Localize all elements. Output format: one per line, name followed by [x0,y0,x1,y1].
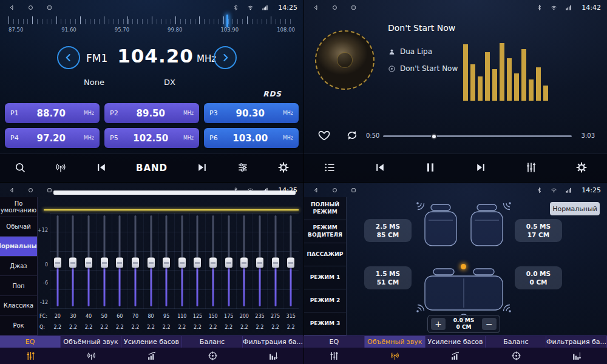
eq-band-slider[interactable] [97,213,112,309]
eq-band-slider[interactable] [268,213,283,309]
tab-balance[interactable]: Баланс [182,336,243,348]
mode-driver[interactable]: РЕЖИМ ВОДИТЕЛЯ [304,220,346,243]
eq-band-slider[interactable] [174,213,190,309]
front-right-delay-button[interactable]: 0.5 MS 17 CM [515,219,562,242]
filter-tab-icon[interactable] [572,351,582,361]
settings-button[interactable] [575,161,588,175]
preset-button-p4[interactable]: P4 97.20 MHz [5,128,100,148]
q-value: 2.2 [127,325,143,330]
preset-button-p2[interactable]: P2 89.50 MHz [104,103,199,123]
tab-balance[interactable]: Баланс [486,336,546,348]
broadcast-button[interactable] [55,161,67,175]
recents-icon[interactable] [350,4,357,11]
listening-position-dot[interactable] [461,264,466,269]
recents-icon[interactable] [46,187,53,194]
signal-icon [565,187,572,194]
eq-preset-jazz[interactable]: Джаз [0,257,37,277]
seek-up-button[interactable] [214,46,237,69]
previous-track-button[interactable] [374,161,386,175]
eq-preset-rock[interactable]: Рок [0,315,37,335]
tab-filter[interactable]: Фильтрация ба... [546,336,607,348]
band-button[interactable]: BAND [136,163,168,174]
rear-left-delay-button[interactable]: 1.5 MS 51 CM [364,266,412,289]
preset-button-p1[interactable]: P1 88.70 MHz [5,103,100,123]
tab-bass-boost[interactable]: Усиление басов [426,336,486,348]
front-left-delay-button[interactable]: 2.5 MS 85 CM [364,219,412,242]
settings-button[interactable] [277,161,290,175]
profile-button[interactable]: Нормальный [550,202,600,215]
eq-preset-normal[interactable]: Нормальный [0,237,37,257]
repeat-icon [345,129,359,142]
eq-band-slider[interactable] [252,213,268,309]
mode-2[interactable]: РЕЖИМ 2 [304,289,346,312]
equalizer-button[interactable] [525,161,537,175]
eq-band-slider[interactable] [237,213,253,309]
eq-band-slider[interactable] [158,213,174,309]
preset-button-p6[interactable]: P6 103.00 MHz [204,128,299,148]
eq-band-slider[interactable] [221,213,237,309]
eq-band-slider[interactable] [81,213,97,309]
next-track-button[interactable] [475,161,487,175]
tune-settings-button[interactable] [237,161,249,175]
mode-full[interactable]: ПОЛНЫЙ РЕЖИМ [304,197,346,220]
wifi-icon [247,4,254,11]
home-icon[interactable] [27,4,34,11]
eq-band-slider[interactable] [112,213,128,309]
scan-button[interactable] [14,161,26,175]
seek-down-button[interactable] [57,46,80,69]
favorite-button[interactable] [317,129,331,144]
tab-eq[interactable]: EQ [304,336,365,348]
eq-band-slider[interactable] [205,213,221,309]
preset-unit: MHz [183,135,194,141]
tab-surround[interactable]: Объёмный звук [61,336,121,348]
eq-band-slider[interactable] [283,213,299,309]
pause-button[interactable] [424,161,436,175]
preset-button-p5[interactable]: P5 102.50 MHz [104,128,199,148]
next-station-button[interactable] [196,161,208,175]
surround-tab-icon[interactable] [390,351,400,361]
eq-tab-icon[interactable] [329,351,339,361]
mode-passenger[interactable]: ПАССАЖИР [304,243,346,266]
mode-3[interactable]: РЕЖИМ 3 [304,312,346,335]
playlist-button[interactable] [324,161,336,175]
previous-station-button[interactable] [95,161,107,175]
progress-bar[interactable] [383,135,572,137]
tab-filter[interactable]: Фильтрация ба... [243,336,304,348]
mode-1[interactable]: РЕЖИМ 1 [304,266,346,289]
surround-tab-icon[interactable] [86,351,97,361]
eq-band-slider[interactable] [66,213,81,309]
home-icon[interactable] [27,187,34,194]
balance-tab-icon[interactable] [511,351,521,361]
bass-tab-icon[interactable] [147,351,157,361]
rear-right-delay-button[interactable]: 0.0 MS 0 CM [515,266,562,289]
eq-preset-default[interactable]: По умолчанию [0,197,37,217]
back-icon[interactable] [313,4,319,11]
filter-tab-icon[interactable] [268,351,279,361]
eq-band-slider[interactable] [127,213,143,309]
repeat-button[interactable] [345,129,359,144]
delay-increase-button[interactable]: + [431,318,446,330]
frequency-ruler[interactable]: 87.50 91.60 95.70 99.80 103.90 108.00 [8,16,295,37]
home-icon[interactable] [331,4,338,11]
eq-band-slider[interactable] [143,213,159,309]
eq-preset-classic[interactable]: Классика [0,296,37,316]
back-icon[interactable] [8,187,15,194]
eq-preset-pop[interactable]: Поп [0,276,37,296]
delay-decrease-button[interactable]: − [482,318,497,330]
recents-icon[interactable] [350,187,357,194]
eq-tab-icon[interactable] [25,351,36,361]
balance-tab-icon[interactable] [208,351,218,361]
preset-button-p3[interactable]: P3 90.30 MHz [204,103,299,123]
tab-surround[interactable]: Объёмный звук [365,336,426,348]
eq-band-slider[interactable] [190,213,206,309]
bass-tab-icon[interactable] [450,351,461,361]
eq-band-slider[interactable] [50,213,66,309]
tab-bass-boost[interactable]: Усиление басов [121,336,182,348]
back-icon[interactable] [8,4,15,11]
eq-preset-custom[interactable]: Обычай [0,217,37,237]
home-icon[interactable] [331,187,338,194]
progress-knob[interactable] [431,133,437,140]
tab-eq[interactable]: EQ [0,336,61,348]
back-icon[interactable] [313,187,319,194]
recents-icon[interactable] [46,4,53,11]
